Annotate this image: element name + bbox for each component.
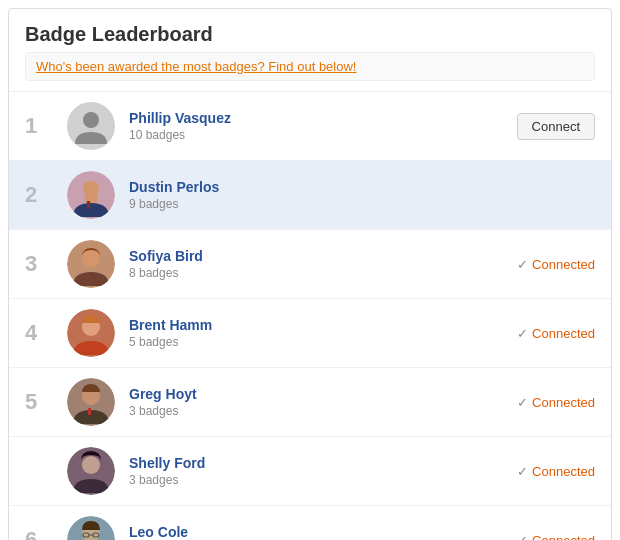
action-area: Connect [517, 113, 595, 140]
user-info: Sofiya Bird 8 badges [129, 248, 517, 280]
table-row: 6 Leo Cole 2 badges [9, 506, 611, 540]
user-info: Leo Cole 2 badges [129, 524, 517, 540]
connected-status: ✓ Connected [517, 533, 595, 541]
action-area: ✓ Connected [517, 533, 595, 541]
table-row: 5 Greg Hoyt 3 badges ✓ Connected [9, 368, 611, 437]
action-area: ✓ Connected [517, 464, 595, 479]
action-area: ✓ Connected [517, 257, 595, 272]
badges-count: 8 badges [129, 266, 517, 280]
svg-point-2 [83, 181, 99, 197]
check-icon: ✓ [517, 326, 528, 341]
rank-1: 1 [25, 113, 53, 139]
avatar [67, 309, 115, 357]
user-info: Brent Hamm 5 badges [129, 317, 517, 349]
avatar [67, 378, 115, 426]
check-icon: ✓ [517, 257, 528, 272]
user-name: Phillip Vasquez [129, 110, 517, 126]
avatar [67, 171, 115, 219]
avatar [67, 240, 115, 288]
subtitle-link: out [297, 59, 315, 74]
leaderboard-container: Badge Leaderboard Who's been awarded the… [8, 8, 612, 540]
svg-rect-11 [88, 408, 91, 415]
table-row: 2 Dustin Perlos 9 badges [9, 161, 611, 230]
connected-status: ✓ Connected [517, 257, 595, 272]
table-row: 4 Brent Hamm 5 badges ✓ Connected [9, 299, 611, 368]
rank-5: 5 [25, 389, 53, 415]
action-area: ✓ Connected [517, 326, 595, 341]
rank-blank: - [25, 458, 53, 484]
table-row: - Shelly Ford 3 badges ✓ Connected [9, 437, 611, 506]
connected-label-text: Connected [532, 257, 595, 272]
badges-count: 9 badges [129, 197, 595, 211]
connected-label-text: Connected [532, 326, 595, 341]
user-info: Shelly Ford 3 badges [129, 455, 517, 487]
check-icon: ✓ [517, 533, 528, 541]
leaderboard-list: 1 Phillip Vasquez 10 badges Connect 2 [9, 92, 611, 540]
page-header: Badge Leaderboard Who's been awarded the… [9, 9, 611, 92]
user-info: Greg Hoyt 3 badges [129, 386, 517, 418]
subtitle: Who's been awarded the most badges? Find… [25, 52, 595, 81]
connected-status: ✓ Connected [517, 464, 595, 479]
connected-label-text: Connected [532, 464, 595, 479]
svg-rect-3 [85, 195, 97, 203]
user-info: Dustin Perlos 9 badges [129, 179, 595, 211]
avatar [67, 102, 115, 150]
table-row: 1 Phillip Vasquez 10 badges Connect [9, 92, 611, 161]
page-title: Badge Leaderboard [25, 23, 595, 46]
user-name: Greg Hoyt [129, 386, 517, 402]
subtitle-after: below! [315, 59, 356, 74]
rank-4: 4 [25, 320, 53, 346]
user-name: Sofiya Bird [129, 248, 517, 264]
svg-point-6 [82, 249, 100, 267]
svg-point-0 [83, 112, 99, 128]
check-icon: ✓ [517, 395, 528, 410]
user-name: Dustin Perlos [129, 179, 595, 195]
badges-count: 3 badges [129, 473, 517, 487]
subtitle-before: Who's been awarded the most badges? Find [36, 59, 297, 74]
badges-count: 10 badges [129, 128, 517, 142]
connected-status: ✓ Connected [517, 395, 595, 410]
action-area: ✓ Connected [517, 395, 595, 410]
check-icon: ✓ [517, 464, 528, 479]
svg-point-13 [82, 456, 100, 474]
user-name: Shelly Ford [129, 455, 517, 471]
svg-rect-4 [87, 201, 90, 209]
badges-count: 3 badges [129, 404, 517, 418]
connected-label-text: Connected [532, 395, 595, 410]
user-name: Brent Hamm [129, 317, 517, 333]
avatar [67, 447, 115, 495]
connected-label-text: Connected [532, 533, 595, 541]
table-row: 3 Sofiya Bird 8 badges ✓ Connected [9, 230, 611, 299]
user-name: Leo Cole [129, 524, 517, 540]
user-info: Phillip Vasquez 10 badges [129, 110, 517, 142]
avatar [67, 516, 115, 540]
connected-status: ✓ Connected [517, 326, 595, 341]
badges-count: 5 badges [129, 335, 517, 349]
rank-3: 3 [25, 251, 53, 277]
rank-6: 6 [25, 527, 53, 540]
connect-button[interactable]: Connect [517, 113, 595, 140]
rank-2: 2 [25, 182, 53, 208]
